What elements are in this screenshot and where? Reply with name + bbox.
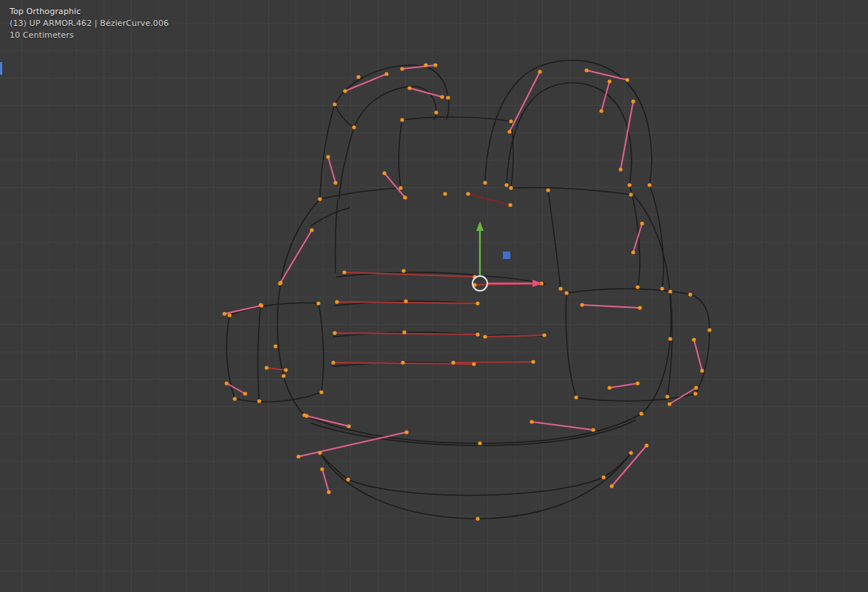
control-point[interactable]	[694, 386, 698, 389]
control-point[interactable]	[667, 402, 671, 406]
control-point[interactable]	[627, 183, 631, 186]
control-handle-line[interactable]	[280, 230, 312, 283]
blender-3d-viewport[interactable]: Top Orthographic (13) UP ARMOR.462 | Béz…	[0, 0, 868, 592]
control-point[interactable]	[400, 67, 404, 70]
control-point[interactable]	[564, 291, 568, 295]
control-point[interactable]	[382, 171, 386, 175]
bezier-curve-segment[interactable]	[318, 303, 324, 392]
bezier-curve-segment[interactable]	[348, 477, 604, 495]
control-point[interactable]	[401, 360, 404, 364]
control-point[interactable]	[504, 183, 508, 186]
control-point[interactable]	[530, 420, 533, 423]
control-point[interactable]	[635, 285, 639, 289]
bezier-curve-segment[interactable]	[447, 98, 449, 119]
control-point[interactable]	[644, 443, 648, 447]
bezier-curve-segment[interactable]	[432, 70, 448, 98]
control-point[interactable]	[333, 102, 336, 106]
control-point[interactable]	[327, 490, 330, 494]
control-point[interactable]	[610, 484, 613, 488]
bezier-curve-segment[interactable]	[604, 453, 631, 477]
control-point[interactable]	[318, 451, 321, 454]
control-point[interactable]	[402, 330, 406, 334]
control-point[interactable]	[384, 72, 388, 75]
control-point[interactable]	[538, 70, 541, 73]
control-point[interactable]	[591, 428, 595, 431]
bezier-curve-segment[interactable]	[311, 420, 635, 445]
control-point[interactable]	[629, 192, 632, 196]
control-point[interactable]	[635, 381, 639, 385]
bezier-curve-segment[interactable]	[548, 190, 561, 289]
control-handle-line[interactable]	[612, 445, 647, 486]
control-point[interactable]	[483, 181, 487, 184]
bezier-curve-segment[interactable]	[320, 188, 401, 199]
control-point[interactable]	[342, 270, 346, 274]
control-point[interactable]	[625, 78, 629, 81]
control-point[interactable]	[639, 411, 643, 415]
control-handle-line[interactable]	[670, 388, 696, 404]
control-point[interactable]	[316, 301, 320, 305]
control-point[interactable]	[647, 183, 651, 186]
bezier-curve-segment[interactable]	[566, 293, 576, 397]
control-handle-line[interactable]	[587, 70, 627, 80]
control-point[interactable]	[352, 125, 355, 129]
bezier-curve-segment[interactable]	[311, 208, 350, 226]
control-point[interactable]	[472, 362, 475, 366]
bezier-curve-segment[interactable]	[430, 93, 436, 112]
control-point[interactable]	[296, 454, 300, 458]
control-point[interactable]	[243, 391, 247, 395]
control-point[interactable]	[580, 303, 584, 306]
control-point[interactable]	[629, 451, 632, 454]
control-point[interactable]	[607, 386, 611, 389]
control-point[interactable]	[400, 118, 404, 121]
control-point[interactable]	[599, 109, 603, 112]
bezier-curve-segment[interactable]	[304, 414, 641, 443]
bezier-curve-segment[interactable]	[258, 305, 261, 401]
bezier-curve-segment[interactable]	[235, 392, 321, 402]
control-point[interactable]	[475, 301, 479, 305]
control-point[interactable]	[546, 188, 550, 192]
bezier-curve-segment[interactable]	[335, 104, 354, 127]
control-handle-line[interactable]	[601, 81, 610, 111]
control-handle-line[interactable]	[532, 422, 593, 430]
bezier-curve-segment[interactable]	[354, 87, 430, 127]
control-point[interactable]	[692, 337, 695, 341]
control-point[interactable]	[318, 197, 321, 201]
control-point[interactable]	[259, 303, 263, 307]
control-point[interactable]	[558, 286, 562, 290]
bezier-curve-segment[interactable]	[650, 185, 664, 289]
control-point[interactable]	[584, 68, 588, 72]
control-point[interactable]	[440, 95, 444, 98]
control-handle-line[interactable]	[468, 194, 510, 205]
bezier-curve-segment[interactable]	[320, 104, 335, 199]
control-point[interactable]	[233, 397, 236, 400]
control-point[interactable]	[424, 63, 427, 67]
bezier-curve-segment[interactable]	[402, 117, 511, 121]
control-point[interactable]	[660, 286, 664, 290]
control-handle-line[interactable]	[610, 383, 638, 388]
control-point[interactable]	[638, 306, 641, 309]
control-point[interactable]	[304, 414, 308, 417]
control-point[interactable]	[346, 477, 350, 481]
control-point[interactable]	[433, 63, 437, 67]
control-point[interactable]	[618, 167, 622, 171]
control-handle-line[interactable]	[510, 72, 540, 132]
control-point[interactable]	[222, 312, 226, 315]
control-point[interactable]	[331, 360, 335, 364]
bezier-curve-segment[interactable]	[399, 120, 402, 188]
control-point[interactable]	[531, 360, 535, 363]
bezier-curve-segment[interactable]	[690, 295, 710, 394]
control-point[interactable]	[607, 79, 611, 83]
bezier-curve-segment[interactable]	[339, 127, 354, 198]
control-point[interactable]	[278, 281, 281, 285]
control-point[interactable]	[478, 441, 481, 445]
control-point[interactable]	[700, 369, 704, 372]
control-point[interactable]	[466, 192, 470, 195]
bezier-curve-segment[interactable]	[507, 83, 632, 185]
control-handle-line[interactable]	[328, 157, 335, 183]
control-point[interactable]	[335, 300, 338, 303]
control-handle-line[interactable]	[298, 432, 407, 457]
control-point[interactable]	[224, 381, 228, 385]
gizmo-y-axis-arrowhead-icon[interactable]	[476, 221, 484, 231]
control-point[interactable]	[668, 289, 672, 293]
bezier-curve-segment[interactable]	[511, 187, 631, 195]
